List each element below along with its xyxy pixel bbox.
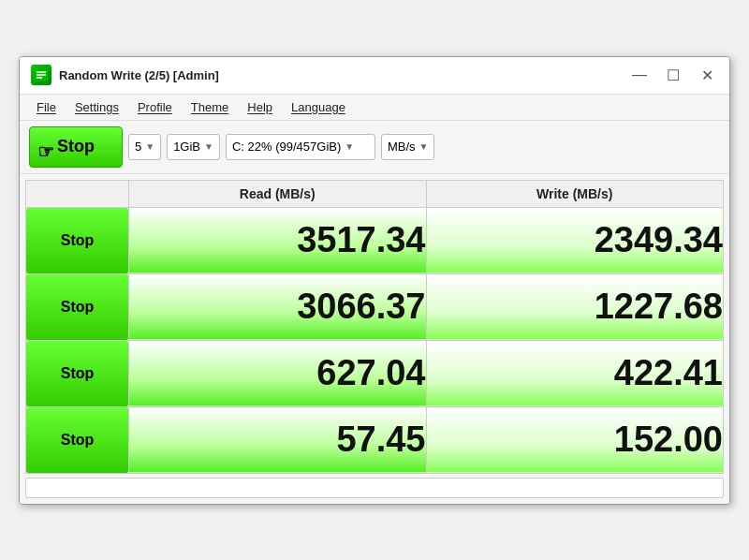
unit-select[interactable]: MB/s ▼	[381, 134, 435, 160]
stop-button-row-0[interactable]: Stop	[26, 208, 128, 273]
stop-cell-2: Stop	[26, 340, 129, 406]
menu-file[interactable]: File	[27, 97, 66, 117]
table-row: Stop3517.342349.34	[26, 207, 724, 273]
size-dropdown-arrow: ▼	[204, 141, 213, 152]
menu-profile[interactable]: Profile	[128, 97, 182, 117]
read-value-0: 3517.34	[129, 207, 427, 273]
table-row: Stop3066.371227.68	[26, 273, 724, 340]
svg-rect-1	[37, 71, 46, 73]
write-value-1: 1227.68	[426, 273, 724, 340]
menu-settings[interactable]: Settings	[66, 97, 128, 117]
main-stop-button[interactable]: Stop ☞	[29, 126, 123, 168]
status-bar	[25, 478, 724, 498]
drive-select[interactable]: C: 22% (99/457GiB) ▼	[226, 134, 375, 160]
results-table: Read (MB/s) Write (MB/s) Stop3517.342349…	[25, 180, 724, 474]
table-row: Stop627.04422.41	[26, 340, 724, 406]
read-value-3: 57.45	[129, 406, 427, 473]
write-value-0: 2349.34	[426, 207, 724, 273]
stop-button-row-3[interactable]: Stop	[26, 407, 128, 473]
write-value-2: 422.41	[426, 340, 724, 406]
queue-depth-select[interactable]: 5 ▼	[128, 134, 161, 160]
title-bar: Random Write (2/5) [Admin] — ☐ ✕	[20, 57, 729, 95]
window-title: Random Write (2/5) [Admin]	[59, 68, 219, 82]
svg-rect-3	[37, 77, 42, 79]
app-icon	[31, 65, 51, 85]
title-bar-left: Random Write (2/5) [Admin]	[31, 65, 219, 85]
stop-cell-0: Stop	[26, 207, 129, 273]
minimize-button[interactable]: —	[628, 64, 651, 86]
unit-dropdown-arrow: ▼	[419, 141, 429, 152]
stop-cell-3: Stop	[26, 406, 129, 473]
content-area: Read (MB/s) Write (MB/s) Stop3517.342349…	[20, 174, 729, 504]
app-window: Random Write (2/5) [Admin] — ☐ ✕ File Se…	[19, 56, 730, 505]
test-size-select[interactable]: 1GiB ▼	[167, 134, 220, 160]
toolbar: Stop ☞ 5 ▼ 1GiB ▼ C: 22% (99/457GiB) ▼ M…	[20, 121, 729, 174]
window-controls: — ☐ ✕	[628, 64, 718, 86]
col-header-write: Write (MB/s)	[426, 180, 724, 207]
table-row: Stop57.45152.00	[26, 406, 724, 473]
maximize-button[interactable]: ☐	[662, 64, 684, 86]
stop-button-row-2[interactable]: Stop	[26, 341, 128, 406]
queue-dropdown-arrow: ▼	[145, 141, 154, 152]
read-value-2: 627.04	[129, 340, 427, 406]
menu-bar: File Settings Profile Theme Help Languag…	[20, 95, 729, 121]
write-value-3: 152.00	[426, 406, 724, 473]
stop-cell-1: Stop	[26, 273, 129, 340]
svg-rect-2	[37, 74, 46, 76]
menu-help[interactable]: Help	[238, 97, 282, 117]
col-header-action	[26, 180, 129, 207]
close-button[interactable]: ✕	[696, 64, 718, 86]
col-header-read: Read (MB/s)	[129, 180, 427, 207]
stop-button-row-1[interactable]: Stop	[26, 274, 128, 340]
menu-language[interactable]: Language	[282, 97, 355, 117]
menu-theme[interactable]: Theme	[182, 97, 238, 117]
read-value-1: 3066.37	[129, 273, 427, 340]
cursor-icon: ☞	[37, 140, 54, 163]
drive-dropdown-arrow: ▼	[345, 141, 354, 152]
